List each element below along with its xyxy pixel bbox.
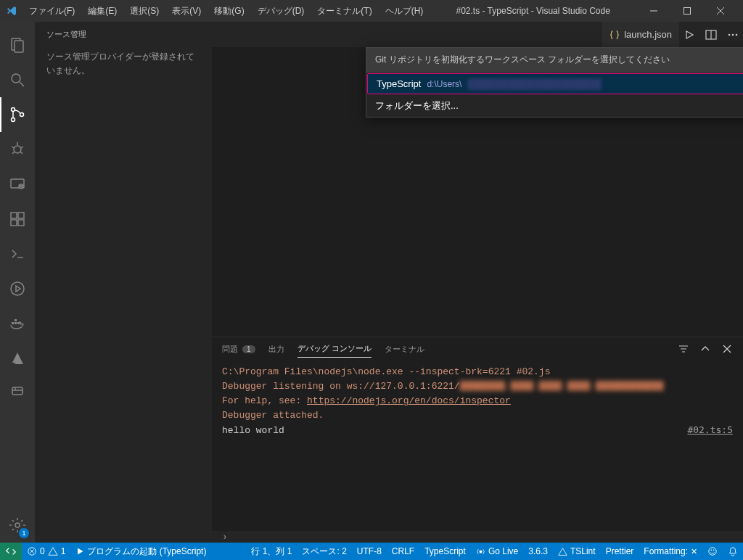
console-line: For help, see: https://nodejs.org/en/doc…	[222, 394, 733, 408]
panel-tab-output[interactable]: 出力	[268, 341, 284, 358]
activity-testing[interactable]	[0, 271, 35, 306]
status-indentation[interactable]: スペース: 2	[297, 543, 351, 560]
warning-icon	[558, 547, 567, 556]
status-prettier[interactable]: Prettier	[601, 543, 639, 560]
editor-tab-launch[interactable]: launch.json	[602, 22, 679, 47]
window-controls	[637, 0, 737, 22]
quickpick-item-choose-folder[interactable]: フォルダーを選択...	[366, 95, 743, 117]
status-bar: 0 1 プログラムの起動 (TypeScript) 行 1、列 1 スペース: …	[0, 543, 743, 560]
error-icon	[27, 546, 37, 556]
activity-remote[interactable]	[0, 167, 35, 202]
svg-marker-51	[78, 548, 83, 555]
status-language[interactable]: TypeScript	[419, 543, 471, 560]
menu-file[interactable]: ファイル(F)	[23, 2, 81, 20]
console-line: Debugger attached.	[222, 408, 733, 423]
chevron-right-icon: ›	[223, 532, 226, 542]
quickpick-item-secondary: d:\Users\	[427, 79, 461, 89]
play-icon	[75, 547, 84, 556]
svg-rect-5	[15, 41, 23, 52]
svg-rect-1	[684, 8, 691, 15]
console-line: hello world	[222, 424, 733, 438]
debug-console-body[interactable]: C:\Program Files\nodejs\node.exe --inspe…	[212, 361, 743, 531]
svg-marker-50	[49, 548, 57, 556]
activity-extensions[interactable]	[0, 202, 35, 236]
x-icon: ✕	[691, 547, 697, 556]
status-remote[interactable]	[0, 543, 22, 560]
run-icon[interactable]	[684, 29, 695, 41]
menu-help[interactable]: ヘルプ(H)	[379, 2, 430, 20]
status-encoding[interactable]: UTF-8	[352, 543, 387, 560]
maximize-panel-icon[interactable]	[699, 343, 711, 355]
close-button[interactable]	[704, 0, 737, 22]
panel-tab-debug-console[interactable]: デバッグ コンソール	[297, 340, 372, 358]
activity-explorer[interactable]	[0, 28, 35, 62]
status-ln-col[interactable]: 行 1、列 1	[246, 543, 297, 560]
sidebar-message: ソース管理プロバイダーが登録されていません。	[35, 44, 212, 83]
panel-tab-problems[interactable]: 問題 1	[222, 341, 255, 358]
panel: 問題 1 出力 デバッグ コンソール ターミナル C:\Program File…	[212, 337, 743, 531]
filter-icon[interactable]	[678, 343, 689, 355]
console-line: C:\Program Files\nodejs\node.exe --inspe…	[222, 365, 733, 379]
menu-selection[interactable]: 選択(S)	[124, 2, 165, 20]
close-panel-icon[interactable]	[721, 343, 733, 355]
activity-settings[interactable]: 1	[0, 508, 35, 543]
console-line: Debugger listening on ws://127.0.0.1:622…	[222, 379, 733, 394]
svg-point-26	[11, 282, 24, 295]
status-debug-target[interactable]: プログラムの起動 (TypeScript)	[70, 543, 211, 560]
svg-line-15	[12, 152, 15, 154]
activity-output[interactable]	[0, 236, 35, 271]
console-source-link[interactable]: #02.ts:5	[687, 423, 733, 437]
title-bar: ファイル(F) 編集(E) 選択(S) 表示(V) 移動(G) デバッグ(D) …	[0, 0, 743, 22]
inspector-link[interactable]: https://nodejs.org/en/docs/inspector	[307, 395, 511, 406]
broadcast-icon	[476, 547, 485, 556]
menu-debug[interactable]: デバッグ(D)	[252, 2, 311, 20]
breadcrumb-bar[interactable]: ›	[212, 531, 743, 543]
more-icon[interactable]	[727, 29, 739, 41]
quickpick-header: Git リポジトリを初期化するワークスペース フォルダーを選択してください	[366, 48, 743, 73]
menu-view[interactable]: 表示(V)	[166, 2, 207, 20]
split-editor-icon[interactable]	[705, 29, 717, 41]
status-tslint[interactable]: TSLint	[553, 543, 601, 560]
maximize-button[interactable]	[670, 0, 704, 22]
smiley-icon	[707, 546, 718, 556]
menu-go[interactable]: 移動(G)	[208, 2, 250, 20]
svg-rect-29	[15, 322, 17, 324]
activity-docker[interactable]	[0, 306, 35, 341]
warning-icon	[48, 546, 58, 556]
activity-bookmarks[interactable]	[0, 376, 35, 411]
status-notifications[interactable]	[723, 543, 743, 560]
activity-scm[interactable]	[0, 97, 35, 132]
minimize-button[interactable]	[637, 0, 670, 22]
activity-bar: 1	[0, 22, 35, 543]
svg-rect-21	[11, 213, 17, 218]
menu-edit[interactable]: 編集(E)	[82, 2, 123, 20]
quickpick-item-typescript[interactable]: TypeScript d:\Users\ ███████████████████…	[367, 73, 743, 94]
remote-icon	[6, 546, 16, 556]
status-ts-version[interactable]: 3.6.3	[523, 543, 553, 560]
sidebar-title: ソース管理	[35, 22, 212, 44]
svg-point-8	[12, 108, 15, 112]
activity-search[interactable]	[0, 62, 35, 97]
svg-line-16	[20, 152, 22, 154]
menu-terminal[interactable]: ターミナル(T)	[311, 2, 377, 20]
activity-debug[interactable]	[0, 132, 35, 167]
svg-point-56	[713, 550, 714, 551]
svg-rect-28	[12, 322, 14, 324]
status-golive[interactable]: Go Live	[471, 543, 523, 560]
svg-line-7	[20, 82, 24, 86]
activity-azure[interactable]	[0, 341, 35, 376]
svg-point-10	[20, 113, 24, 117]
status-errors-warnings[interactable]: 0 1	[22, 543, 70, 560]
panel-tab-terminal[interactable]: ターミナル	[385, 341, 424, 358]
status-eol[interactable]: CRLF	[387, 543, 419, 560]
status-formatting[interactable]: Formatting: ✕	[639, 543, 702, 560]
svg-marker-36	[686, 31, 693, 38]
status-feedback[interactable]	[702, 543, 723, 560]
panel-tabs: 問題 1 出力 デバッグ コンソール ターミナル	[212, 337, 743, 361]
svg-marker-53	[559, 548, 567, 555]
quickpick: Git リポジトリを初期化するワークスペース フォルダーを選択してください Ty…	[366, 47, 743, 118]
json-file-icon	[609, 30, 620, 40]
svg-line-13	[12, 147, 14, 148]
editor-area: launch.json Git リポジトリを初期化するワークスペース フォルダー…	[212, 22, 743, 543]
svg-point-54	[709, 548, 717, 556]
